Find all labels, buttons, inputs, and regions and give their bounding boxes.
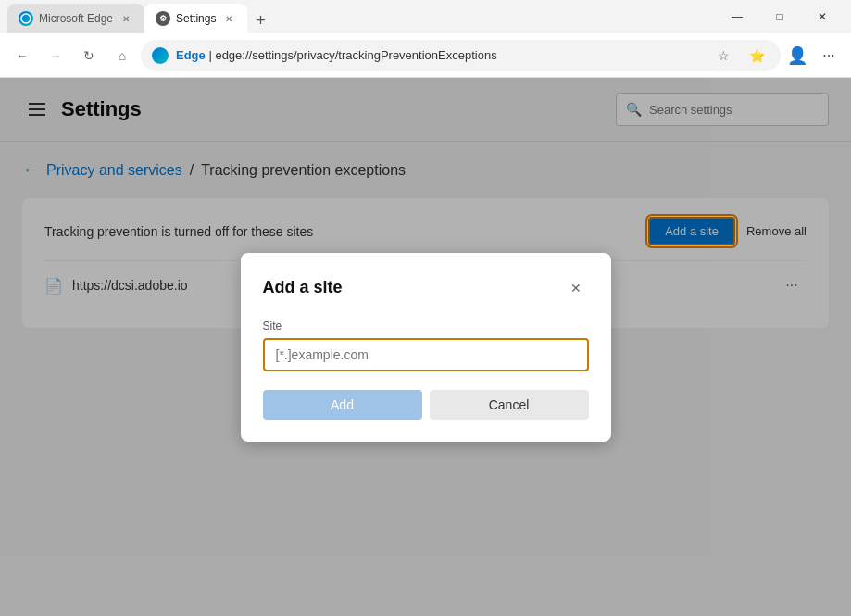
site-input-field[interactable] [263, 338, 589, 371]
edge-logo-icon [152, 47, 169, 64]
maximize-button[interactable]: □ [758, 2, 801, 31]
profile-icon[interactable]: 👤 [784, 43, 810, 69]
tab-settings-close[interactable]: ✕ [221, 11, 236, 26]
tabs-area: Microsoft Edge ✕ ⚙ Settings ✕ + [7, 0, 716, 33]
edge-favicon [19, 11, 33, 26]
favorites-icon[interactable]: ☆ [710, 43, 736, 69]
tab-edge-close[interactable]: ✕ [119, 11, 133, 26]
tab-settings-label: Settings [176, 12, 216, 25]
minimize-button[interactable]: — [716, 2, 758, 31]
forward-button[interactable]: → [41, 41, 70, 70]
tab-settings[interactable]: ⚙ Settings ✕ [144, 4, 247, 33]
settings-more-button[interactable]: ··· [814, 41, 844, 70]
modal-cancel-button[interactable]: Cancel [430, 390, 589, 420]
modal-overlay: Add a site ✕ Site Add Cancel [0, 78, 851, 616]
settings-favicon: ⚙ [156, 11, 170, 26]
home-button[interactable]: ⌂ [107, 41, 137, 70]
svg-point-0 [21, 14, 31, 23]
modal-title: Add a site [263, 278, 343, 297]
address-input[interactable]: Edge | edge://settings/privacy/trackingP… [141, 40, 781, 71]
site-field-label: Site [263, 320, 589, 333]
tab-microsoft-edge[interactable]: Microsoft Edge ✕ [7, 4, 144, 33]
modal-add-button[interactable]: Add [263, 390, 422, 420]
modal-header: Add a site ✕ [263, 275, 589, 301]
title-bar: Microsoft Edge ✕ ⚙ Settings ✕ + — □ ✕ [0, 0, 851, 33]
address-text: Edge | edge://settings/privacy/trackingP… [176, 48, 703, 62]
address-separator: | edge:// [208, 48, 252, 62]
tab-edge-label: Microsoft Edge [39, 12, 113, 25]
back-button[interactable]: ← [7, 41, 37, 70]
add-site-modal: Add a site ✕ Site Add Cancel [241, 253, 611, 442]
reload-button[interactable]: ↻ [74, 41, 104, 70]
collections-icon[interactable]: ⭐ [744, 43, 770, 69]
address-bar: ← → ↻ ⌂ Edge | edge://settings/privacy/t… [0, 33, 851, 78]
modal-actions: Add Cancel [263, 390, 589, 420]
url-path: settings/privacy/trackingPreventionExcep… [252, 48, 496, 62]
new-tab-button[interactable]: + [247, 7, 273, 33]
window-controls: — □ ✕ [716, 2, 844, 31]
close-button[interactable]: ✕ [801, 2, 844, 31]
edge-brand-label: Edge [176, 48, 206, 62]
modal-close-button[interactable]: ✕ [563, 275, 589, 301]
